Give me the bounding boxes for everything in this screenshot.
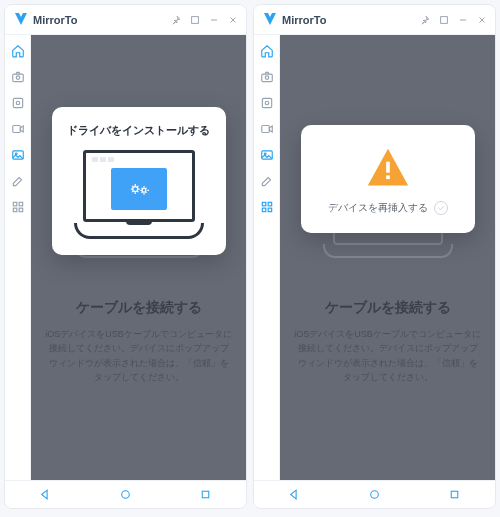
- svg-rect-14: [19, 208, 23, 212]
- svg-rect-32: [268, 202, 272, 206]
- sidebar-record-icon[interactable]: [10, 121, 26, 137]
- svg-point-18: [122, 491, 130, 499]
- sidebar-home-icon[interactable]: [10, 43, 26, 59]
- sidebar-gallery-icon[interactable]: [259, 147, 275, 163]
- svg-rect-33: [262, 208, 266, 212]
- modal-overlay: デバイスを再挿入する: [280, 35, 495, 480]
- svg-rect-38: [452, 491, 459, 498]
- sidebar-edit-icon[interactable]: [259, 173, 275, 189]
- install-driver-card: ドライバをインストールする: [52, 107, 226, 255]
- bottom-nav: [254, 480, 495, 508]
- sidebar-home-icon[interactable]: [259, 43, 275, 59]
- svg-point-25: [265, 76, 269, 80]
- card-title: ドライバをインストールする: [67, 123, 210, 138]
- content-stage: ケーブルを接続する iOSデバイスをUSBケーブルでコンピュータに接続してくださ…: [31, 35, 246, 480]
- check-circle-icon[interactable]: [434, 201, 448, 215]
- svg-rect-34: [268, 208, 272, 212]
- svg-rect-4: [12, 74, 23, 82]
- minimize-icon[interactable]: [458, 15, 468, 25]
- svg-point-37: [371, 491, 379, 499]
- card-title: デバイスを再挿入する: [328, 201, 428, 215]
- sidebar-record-icon[interactable]: [259, 121, 275, 137]
- svg-rect-36: [386, 175, 390, 179]
- svg-rect-8: [12, 126, 20, 133]
- bottom-nav: [5, 480, 246, 508]
- pin-icon[interactable]: [420, 15, 430, 25]
- sidebar-apps-icon[interactable]: [259, 199, 275, 215]
- close-icon[interactable]: [228, 15, 238, 25]
- content-stage: ! ケーブルを接続する iOSデバイスをUSBケーブルでコンピュータに接続してく…: [280, 35, 495, 480]
- svg-rect-20: [441, 16, 448, 23]
- svg-rect-31: [262, 202, 266, 206]
- svg-rect-35: [386, 162, 390, 173]
- close-icon[interactable]: [477, 15, 487, 25]
- svg-point-27: [265, 101, 269, 105]
- sidebar-gallery-icon[interactable]: [10, 147, 26, 163]
- svg-rect-26: [262, 98, 271, 107]
- svg-point-7: [16, 101, 20, 105]
- svg-rect-13: [13, 208, 17, 212]
- svg-rect-24: [261, 74, 272, 82]
- app-window-left: MirrorTo: [4, 4, 247, 509]
- sidebar-screenshot-icon[interactable]: [10, 95, 26, 111]
- nav-home-icon[interactable]: [367, 488, 381, 502]
- svg-rect-12: [19, 202, 23, 206]
- alert-triangle-icon: [366, 147, 410, 185]
- reinsert-device-card: デバイスを再挿入する: [301, 125, 475, 233]
- pin-icon[interactable]: [171, 15, 181, 25]
- sidebar-edit-icon[interactable]: [10, 173, 26, 189]
- expand-icon[interactable]: [439, 15, 449, 25]
- app-name: MirrorTo: [33, 14, 77, 26]
- svg-rect-6: [13, 98, 22, 107]
- sidebar-screenshot-icon[interactable]: [259, 95, 275, 111]
- titlebar: MirrorTo: [254, 5, 495, 35]
- minimize-icon[interactable]: [209, 15, 219, 25]
- laptop-illustration: [74, 150, 204, 239]
- svg-rect-19: [203, 491, 210, 498]
- nav-home-icon[interactable]: [118, 488, 132, 502]
- app-name: MirrorTo: [282, 14, 326, 26]
- logo-icon: [13, 13, 29, 27]
- app-logo: MirrorTo: [262, 13, 326, 27]
- app-window-right: MirrorTo !: [253, 4, 496, 509]
- sidebar-camera-icon[interactable]: [259, 69, 275, 85]
- logo-icon: [262, 13, 278, 27]
- nav-back-icon[interactable]: [287, 488, 301, 502]
- titlebar: MirrorTo: [5, 5, 246, 35]
- svg-point-16: [132, 187, 137, 192]
- sidebar: [5, 35, 31, 480]
- svg-point-5: [16, 76, 20, 80]
- sidebar-apps-icon[interactable]: [10, 199, 26, 215]
- app-logo: MirrorTo: [13, 13, 77, 27]
- modal-overlay: ドライバをインストールする: [31, 35, 246, 480]
- svg-rect-28: [261, 126, 269, 133]
- svg-rect-11: [13, 202, 17, 206]
- svg-point-17: [142, 188, 146, 192]
- sidebar: [254, 35, 280, 480]
- sidebar-camera-icon[interactable]: [10, 69, 26, 85]
- nav-recent-icon[interactable]: [448, 488, 462, 502]
- nav-back-icon[interactable]: [38, 488, 52, 502]
- nav-recent-icon[interactable]: [199, 488, 213, 502]
- expand-icon[interactable]: [190, 15, 200, 25]
